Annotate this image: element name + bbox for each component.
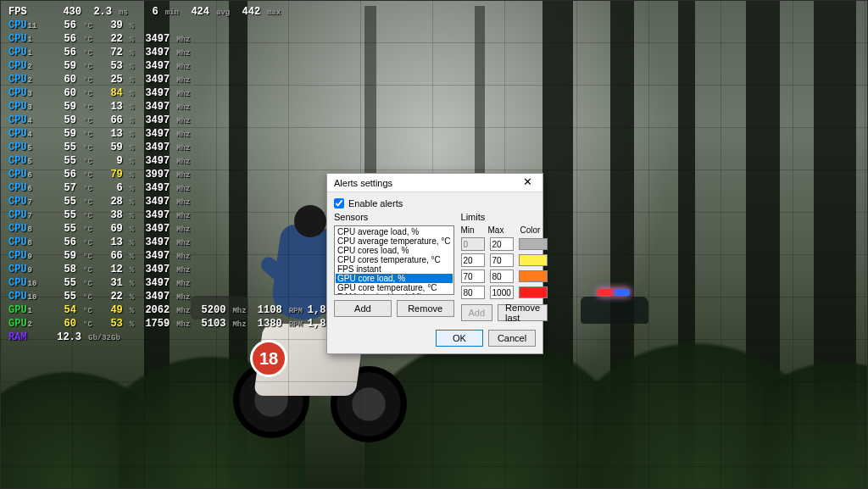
limit-max-input[interactable] (490, 286, 514, 299)
cpu-core-label: CPU7 (8, 208, 46, 223)
cpu-core-label: CPU2 (8, 73, 46, 87)
cpu-core-label: CPU6 (8, 168, 46, 182)
cpu-core-label: CPU4 (8, 127, 46, 142)
cpu-core-row: CPU755°C28%3497Mhz (8, 195, 354, 208)
fps-min: 6 (133, 5, 159, 19)
alerts-settings-dialog: Alerts settings ✕ Enable alerts Sensors … (326, 173, 543, 354)
cpu-core-row: CPU1055°C22%3497Mhz (8, 290, 354, 303)
limits-column-headers: MinMaxColor (461, 225, 548, 235)
fps-label: FPS (8, 5, 46, 19)
dialog-title: Alerts settings (334, 178, 392, 188)
limit-max-input[interactable] (490, 253, 514, 267)
gpu-label: GPU1 (8, 303, 46, 318)
police-suv (581, 297, 648, 324)
cpu-core-label: CPU5 (8, 154, 46, 169)
bike-number: 18 (250, 340, 287, 377)
limit-min-input[interactable] (461, 270, 485, 283)
gpu-row: GPU260°C53%1759Mhz5103Mhz1380RPM1,833Mb (8, 317, 354, 331)
frametime-value: 2.3 (86, 5, 112, 19)
cpu-core-label: CPU7 (8, 195, 46, 209)
enable-alerts-input[interactable] (334, 198, 344, 208)
gpu-row: GPU154°C49%2062Mhz5200Mhz1108RPM1,833Mb (8, 303, 354, 317)
gpu-label: GPU2 (8, 317, 46, 331)
limit-max-input[interactable] (490, 237, 514, 251)
cpu-core-row: CPU959°C66%3497Mhz (8, 249, 354, 263)
cpu-core-label: CPU5 (8, 141, 46, 155)
cancel-button[interactable]: Cancel (488, 330, 536, 347)
cpu-core-row: CPU459°C66%3497Mhz (8, 114, 354, 127)
sensor-option[interactable]: FPS instant (336, 264, 453, 274)
enable-alerts-checkbox[interactable]: Enable alerts (334, 198, 536, 208)
sensors-header: Sensors (334, 212, 454, 222)
limit-color-swatch[interactable] (519, 270, 548, 282)
cpu-core-row: CPU855°C69%3497Mhz (8, 222, 354, 236)
limit-add-button[interactable]: Add (461, 304, 493, 321)
sensor-option[interactable]: CPU average load, % (336, 227, 453, 236)
performance-overlay: FPS 430 2.3ms 6min 424avg 442max CPU11 5… (8, 5, 354, 344)
cpu-core-label: CPU4 (8, 114, 46, 128)
cpu-core-row: CPU360°C84%3497Mhz (8, 86, 354, 100)
limit-row (461, 237, 548, 251)
cpu-core-row: CPU359°C13%3497Mhz (8, 100, 354, 114)
ok-button[interactable]: OK (436, 330, 483, 347)
cpu-core-label: CPU1 (8, 46, 46, 60)
limit-max-input[interactable] (490, 270, 514, 283)
cpu-core-label: CPU9 (8, 249, 46, 264)
sensor-option[interactable]: RAM physical load, Mb (336, 292, 453, 295)
cpu-label: CPU11 (8, 19, 46, 33)
cpu-core-label: CPU9 (8, 263, 46, 277)
limit-color-swatch[interactable] (519, 286, 548, 298)
cpu-core-row: CPU656°C79%3997Mhz (8, 168, 354, 181)
cpu-core-row: CPU555°C9%3497Mhz (8, 154, 354, 168)
cpu-core-label: CPU8 (8, 236, 46, 250)
fps-row: FPS 430 2.3ms 6min 424avg 442max (8, 5, 354, 19)
cpu-core-row: CPU156°C22%3497Mhz (8, 32, 354, 46)
cpu-core-row: CPU459°C13%3497Mhz (8, 127, 354, 141)
police-lights-icon (598, 289, 630, 296)
cpu-core-row: CPU1055°C31%3497Mhz (8, 276, 354, 290)
limit-remove-last-button[interactable]: Remove last (498, 304, 548, 321)
fps-value: 430 (51, 5, 81, 19)
cpu-core-row: CPU156°C72%3497Mhz (8, 46, 354, 59)
sensor-option[interactable]: GPU core load, % (336, 274, 453, 283)
cpu-core-label: CPU3 (8, 86, 46, 101)
ram-row: RAM 12.3Gb/32Gb (8, 331, 354, 344)
sensor-option[interactable]: CPU average temperature, °C (336, 236, 453, 246)
limit-min-input[interactable] (461, 237, 485, 251)
fps-avg: 424 (184, 5, 209, 19)
cpu-core-label: CPU10 (8, 276, 46, 291)
limit-row (461, 270, 548, 283)
dialog-titlebar[interactable]: Alerts settings ✕ (327, 174, 542, 192)
cpu-core-label: CPU8 (8, 222, 46, 236)
fps-max: 442 (235, 5, 260, 19)
cpu-core-label: CPU1 (8, 32, 46, 47)
sensor-add-button[interactable]: Add (334, 300, 392, 317)
cpu-core-row: CPU259°C53%3497Mhz (8, 59, 354, 73)
sensor-option[interactable]: CPU cores temperature, °C (336, 255, 453, 264)
limit-color-swatch[interactable] (519, 238, 548, 250)
cpu-core-row: CPU657°C6%3497Mhz (8, 181, 354, 195)
sensor-option[interactable]: GPU core temperature, °C (336, 283, 453, 292)
game-scene: 18 FPS 430 2.3ms 6min 424avg 442max CPU1… (0, 0, 868, 489)
cpu-core-row: CPU958°C12%3497Mhz (8, 263, 354, 276)
cpu-core-label: CPU6 (8, 181, 46, 196)
limit-row (461, 253, 548, 267)
limit-min-input[interactable] (461, 286, 485, 299)
cpu-core-row: CPU755°C38%3497Mhz (8, 208, 354, 222)
cpu-core-label: CPU3 (8, 100, 46, 114)
sensor-option[interactable]: CPU cores load, % (336, 246, 453, 255)
limit-color-swatch[interactable] (519, 254, 548, 266)
ram-label: RAM (8, 331, 46, 344)
close-button[interactable]: ✕ (515, 175, 539, 191)
limit-row (461, 286, 548, 299)
sensors-listbox[interactable]: CPU average load, %CPU average temperatu… (334, 225, 454, 295)
cpu-core-row: CPU555°C59%3497Mhz (8, 141, 354, 154)
cpu-core-row: CPU260°C25%3497Mhz (8, 73, 354, 86)
limit-min-input[interactable] (461, 253, 485, 267)
cpu-core-label: CPU2 (8, 59, 46, 74)
limits-header: Limits (461, 212, 548, 222)
cpu-summary-row: CPU11 56°C 39% (8, 19, 354, 32)
cpu-core-label: CPU10 (8, 290, 46, 304)
sensor-remove-button[interactable]: Remove (397, 300, 454, 317)
cpu-core-row: CPU856°C13%3497Mhz (8, 236, 354, 249)
